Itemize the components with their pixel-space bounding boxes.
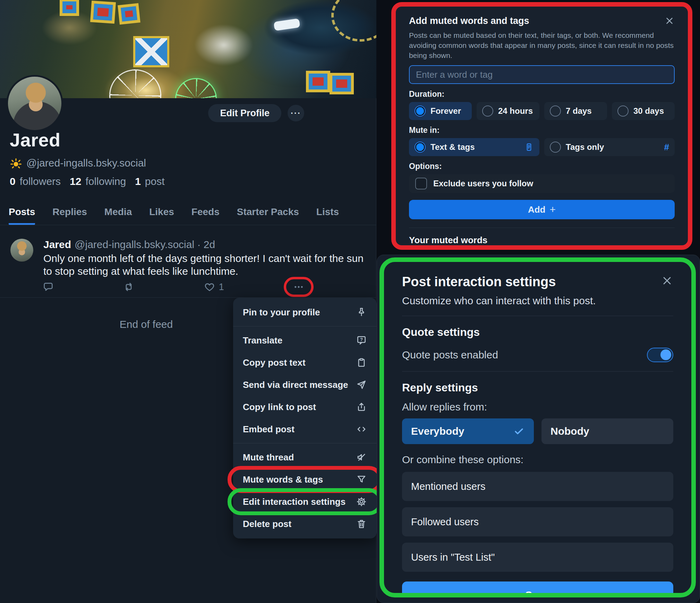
tab-likes[interactable]: Likes <box>149 206 174 225</box>
menu-item-mute-words-tags[interactable]: Mute words & tags <box>233 468 377 491</box>
tab-starter-packs[interactable]: Starter Packs <box>237 206 299 225</box>
replies-nobody-button[interactable]: Nobody <box>541 418 673 444</box>
mute-in-label: Mute in: <box>409 126 675 135</box>
profile-banner-image <box>0 0 376 98</box>
save-button[interactable]: Save <box>402 581 673 597</box>
code-icon <box>356 424 367 435</box>
hashtag-icon: # <box>664 142 669 153</box>
edit-profile-button[interactable]: Edit Profile <box>208 104 281 122</box>
add-muted-word-button[interactable]: Add + <box>409 200 675 219</box>
feed-post[interactable]: Jared @jared-ingalls.bsky.social · 2d On… <box>0 229 376 298</box>
post-text: Only one month left of the days getting … <box>43 252 368 278</box>
profile-handle: @jared-ingalls.bsky.social <box>26 157 146 169</box>
option-users-in-test-list[interactable]: Users in "Test List" <box>402 543 673 572</box>
nobody-label: Nobody <box>550 425 589 437</box>
clipboard-icon <box>356 357 367 368</box>
post-author-avatar[interactable] <box>10 239 33 262</box>
profile-actions: Edit Profile ··· <box>208 104 304 122</box>
menu-item-edit-interaction-settings[interactable]: Edit interaction settings <box>233 491 377 513</box>
repost-button[interactable] <box>123 281 135 293</box>
options-label: Options: <box>409 162 675 171</box>
menu-item-delete-post[interactable]: Delete post <box>233 513 377 535</box>
mute-in-options: Text & tags Tags only # <box>409 138 675 156</box>
profile-more-button[interactable]: ··· <box>288 105 304 121</box>
post-author-name[interactable]: Jared <box>43 239 71 250</box>
dialog-divider <box>402 316 673 316</box>
reply-button[interactable] <box>42 281 54 293</box>
replies-everybody-button[interactable]: Everybody <box>402 418 534 444</box>
radio-icon <box>550 142 561 153</box>
pin-icon <box>356 307 367 318</box>
radio-selected-icon <box>415 142 426 153</box>
like-count: 1 <box>219 282 224 292</box>
post-more-annotation-ring <box>293 281 305 293</box>
checkbox-unchecked-icon[interactable] <box>415 178 427 189</box>
menu-item-copy-link[interactable]: Copy link to post <box>233 396 377 418</box>
option-followed-users[interactable]: Followed users <box>402 507 673 536</box>
close-button[interactable] <box>664 16 675 27</box>
following-label[interactable]: following <box>85 176 126 187</box>
heart-icon <box>204 281 215 293</box>
send-icon <box>356 379 367 390</box>
menu-label: Send via direct message <box>243 380 348 390</box>
mute-in-tags-only[interactable]: Tags only # <box>544 138 675 156</box>
muted-word-input[interactable] <box>409 65 675 84</box>
bluesky-app: Edit Profile ··· Jared @jared-ingalls.bs… <box>0 0 700 603</box>
menu-item-send-dm[interactable]: Send via direct message <box>233 374 377 396</box>
duration-forever[interactable]: Forever <box>409 102 472 120</box>
mute-in-text-and-tags[interactable]: Text & tags <box>409 138 539 156</box>
banner-tent <box>332 76 351 92</box>
followers-label[interactable]: followers <box>20 176 61 187</box>
tab-posts[interactable]: Posts <box>9 206 35 225</box>
post-interaction-settings-dialog: Post interaction settings Customize who … <box>379 257 696 597</box>
banner-tent <box>121 6 137 22</box>
followers-count[interactable]: 0 <box>10 176 16 187</box>
menu-item-embed-post[interactable]: Embed post <box>233 418 377 440</box>
quote-posts-toggle-on[interactable] <box>647 348 673 362</box>
post-more-button[interactable] <box>293 281 305 293</box>
profile-tabs: Posts Replies Media Likes Feeds Starter … <box>0 203 376 225</box>
trash-icon <box>356 518 367 529</box>
menu-item-copy-post-text[interactable]: Copy post text <box>233 351 377 374</box>
tab-feeds[interactable]: Feeds <box>191 206 220 225</box>
menu-item-pin-to-profile[interactable]: Pin to your profile <box>233 301 377 323</box>
tab-replies[interactable]: Replies <box>52 206 87 225</box>
menu-label: Embed post <box>243 424 294 435</box>
dialog-subtitle: Customize who can interact with this pos… <box>402 295 673 307</box>
radio-icon <box>482 105 493 117</box>
profile-avatar[interactable] <box>6 75 63 132</box>
menu-item-translate[interactable]: Translate ? <box>233 329 377 351</box>
menu-label: Mute words & tags <box>243 474 323 485</box>
radio-icon <box>550 105 561 117</box>
close-icon <box>664 16 675 26</box>
menu-label: Translate <box>243 335 282 346</box>
duration-30-days[interactable]: 30 days <box>612 102 675 120</box>
tab-lists[interactable]: Lists <box>316 206 339 225</box>
share-icon <box>356 401 367 413</box>
toggle-knob <box>660 349 671 360</box>
option-mentioned-users[interactable]: Mentioned users <box>402 472 673 501</box>
close-button[interactable] <box>661 274 673 288</box>
reply-from-options: Everybody Nobody <box>402 418 673 444</box>
dialog-description: Posts can be muted based on their text, … <box>409 30 675 60</box>
like-button[interactable]: 1 <box>204 281 224 293</box>
menu-label: Mute thread <box>243 452 294 463</box>
tab-media[interactable]: Media <box>104 206 132 225</box>
quote-posts-row: Quote posts enabled <box>402 348 673 362</box>
following-count[interactable]: 12 <box>70 176 81 187</box>
menu-item-mute-thread[interactable]: Mute thread <box>233 446 377 468</box>
duration-7-days[interactable]: 7 days <box>544 102 607 120</box>
banner-tent <box>62 1 76 13</box>
dialog-header: Post interaction settings <box>402 274 673 289</box>
banner-x-tent <box>135 38 167 65</box>
exclude-follows-option[interactable]: Exclude users you follow <box>409 174 675 193</box>
allow-replies-label: Allow replies from: <box>402 401 673 413</box>
duration-24-hours[interactable]: 24 hours <box>477 102 539 120</box>
pill-label: Forever <box>430 106 461 116</box>
menu-divider <box>233 443 377 443</box>
post-header: Jared @jared-ingalls.bsky.social · 2d <box>43 239 215 250</box>
posts-label: post <box>145 176 165 187</box>
posts-count: 1 <box>135 176 141 187</box>
translate-icon: ? <box>356 335 367 346</box>
menu-label: Pin to your profile <box>243 307 320 318</box>
